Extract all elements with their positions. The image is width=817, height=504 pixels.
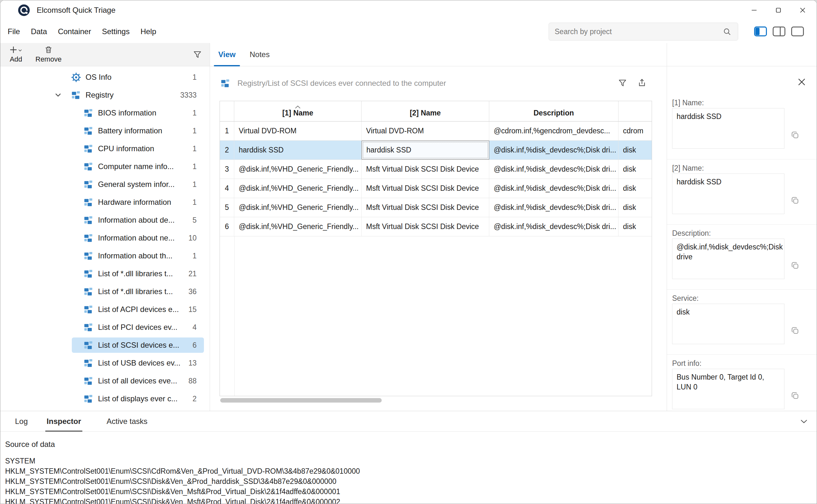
service-cell[interactable]: disk	[619, 217, 652, 236]
layout-single-panel-icon[interactable]	[791, 26, 804, 37]
name-2-cell[interactable]: Msft Virtual Disk SCSI Disk Device	[361, 217, 489, 236]
name-2-cell[interactable]: Msft Virtual Disk SCSI Disk Device	[361, 198, 489, 217]
layout-split-panel-icon[interactable]	[773, 26, 785, 37]
minimize-button[interactable]	[742, 0, 766, 20]
header-name-2[interactable]: [2] Name	[361, 101, 489, 121]
copy-icon[interactable]	[791, 261, 799, 270]
search-input[interactable]	[549, 27, 723, 36]
header-row-number[interactable]	[220, 101, 234, 121]
tab-view[interactable]: View	[211, 43, 242, 66]
tree-item-registry[interactable]: Registry3333	[0, 86, 210, 104]
row-number-cell[interactable]: 5	[220, 198, 234, 217]
tree-item-bios-information[interactable]: BIOS information1	[0, 104, 210, 122]
table-row[interactable]: 3@disk.inf,%VHD_Generic_Friendly...Msft …	[220, 160, 652, 179]
table-row[interactable]: 2harddisk SSDharddisk SSD@disk.inf,%disk…	[220, 141, 652, 160]
tab-notes[interactable]: Notes	[242, 43, 277, 66]
table-row[interactable]: 5@disk.inf,%VHD_Generic_Friendly...Msft …	[220, 198, 652, 217]
row-number-cell[interactable]: 3	[220, 160, 234, 179]
row-number-cell[interactable]: 1	[220, 122, 234, 140]
tree-item-os-info[interactable]: OS Info1	[0, 68, 210, 86]
description-cell[interactable]: @disk.inf,%disk_devdesc%;Disk dri...	[489, 198, 619, 217]
chevron-down-icon[interactable]	[54, 91, 62, 99]
name-2-cell[interactable]: harddisk SSD	[361, 141, 489, 159]
description-cell[interactable]: @disk.inf,%disk_devdesc%;Disk dri...	[489, 217, 619, 236]
tree-item-general-system-infor[interactable]: General system infor...1	[0, 175, 210, 193]
header-name-1[interactable]: [1] Name	[234, 101, 361, 121]
table-row[interactable]: 6@disk.inf,%VHD_Generic_Friendly...Msft …	[220, 217, 652, 236]
menu-file[interactable]: File	[2, 24, 26, 39]
tree-item-computer-name-info[interactable]: Computer name info...1	[0, 158, 210, 175]
tree-item-information-about-ne[interactable]: Information about ne...10	[0, 229, 210, 247]
copy-icon[interactable]	[791, 131, 799, 139]
row-number-cell[interactable]: 4	[220, 179, 234, 198]
project-search[interactable]	[549, 23, 738, 41]
search-icon[interactable]	[723, 27, 732, 36]
add-button[interactable]: Add	[5, 45, 26, 65]
table-row[interactable]: 1Virtual DVD-ROMVirtual DVD-ROM@cdrom.in…	[220, 122, 652, 141]
tree-item-list-of-scsi-devices-e[interactable]: List of SCSI devices e...6	[0, 336, 210, 354]
name-1-cell[interactable]: @disk.inf,%VHD_Generic_Friendly...	[234, 160, 361, 179]
name-2-cell[interactable]: Msft Virtual Disk SCSI Disk Device	[361, 160, 489, 179]
copy-icon[interactable]	[791, 326, 799, 335]
row-number-cell[interactable]: 2	[220, 141, 234, 159]
tree-item-list-of-pci-devices-ev[interactable]: List of PCI devices ev...4	[0, 318, 210, 336]
header-service[interactable]	[619, 101, 652, 121]
name-1-cell[interactable]: @disk.inf,%VHD_Generic_Friendly...	[234, 179, 361, 198]
row-number-cell[interactable]: 6	[220, 217, 234, 236]
table-row[interactable]: 4@disk.inf,%VHD_Generic_Friendly...Msft …	[220, 179, 652, 198]
tree-item-list-of-dll-libraries-t[interactable]: List of *.dll libraries t...21	[0, 265, 210, 283]
name-2-cell[interactable]: Msft Virtual Disk SCSI Disk Device	[361, 179, 489, 198]
filter-icon[interactable]	[193, 50, 202, 59]
menu-settings[interactable]: Settings	[96, 24, 135, 39]
tree-item-cpu-information[interactable]: CPU information1	[0, 140, 210, 158]
remove-button[interactable]: Remove	[32, 45, 65, 65]
tree-item-list-of-usb-devices-ev[interactable]: List of USB devices ev...13	[0, 354, 210, 372]
name-1-cell[interactable]: @disk.inf,%VHD_Generic_Friendly...	[234, 217, 361, 236]
description-cell[interactable]: @disk.inf,%disk_devdesc%;Disk dri...	[489, 179, 619, 198]
copy-icon[interactable]	[791, 196, 799, 205]
copy-icon[interactable]	[791, 391, 799, 400]
name-1-cell[interactable]: harddisk SSD	[234, 141, 361, 159]
field-value[interactable]: Bus Number 0, Target Id 0, LUN 0	[672, 369, 784, 409]
tree-item-list-of-all-devices-eve[interactable]: List of all devices eve...88	[0, 372, 210, 390]
table-filter-icon[interactable]	[618, 79, 627, 87]
field-value[interactable]: harddisk SSD	[672, 174, 784, 214]
service-cell[interactable]: cdrom	[619, 122, 652, 140]
field-value[interactable]: disk	[672, 304, 784, 344]
tree-item-information-about-de[interactable]: Information about de...5	[0, 211, 210, 229]
tab-log[interactable]: Log	[14, 411, 29, 431]
tree-item-list-of-acpi-devices-e[interactable]: List of ACPI devices e...15	[0, 300, 210, 318]
tree-item-battery-information[interactable]: Battery information1	[0, 122, 210, 140]
scrollbar-thumb[interactable]	[220, 398, 382, 403]
service-cell[interactable]: disk	[619, 160, 652, 179]
field-value[interactable]: harddisk SSD	[672, 108, 784, 149]
tree-item-list-of-displays-ever-c[interactable]: List of displays ever c...2	[0, 390, 210, 408]
menu-container[interactable]: Container	[52, 24, 96, 39]
close-icon[interactable]	[796, 76, 807, 88]
layout-left-panel-icon[interactable]	[754, 26, 767, 37]
tree-item-hardware-information[interactable]: Hardware information1	[0, 193, 210, 211]
description-cell[interactable]: @disk.inf,%disk_devdesc%;Disk dri...	[489, 160, 619, 179]
horizontal-scrollbar[interactable]	[219, 397, 652, 404]
name-2-cell[interactable]: Virtual DVD-ROM	[361, 122, 489, 140]
tree-item-information-about-th[interactable]: Information about th...1	[0, 247, 210, 265]
name-1-cell[interactable]: @disk.inf,%VHD_Generic_Friendly...	[234, 198, 361, 217]
menu-data[interactable]: Data	[26, 24, 53, 39]
close-button[interactable]	[791, 0, 815, 20]
maximize-button[interactable]	[766, 0, 791, 20]
service-cell[interactable]: disk	[619, 141, 652, 159]
menu-help[interactable]: Help	[135, 24, 161, 39]
service-cell[interactable]: disk	[619, 198, 652, 217]
tree-item-list-of-dll-libraries-t[interactable]: List of *.dll libraries t...36	[0, 283, 210, 300]
title-bar[interactable]: Elcomsoft Quick Triage	[0, 0, 817, 20]
description-cell[interactable]: @cdrom.inf,%gencdrom_devdesc...	[489, 122, 619, 140]
collapse-panel-chevron-icon[interactable]	[799, 417, 808, 426]
tab-active-tasks[interactable]: Active tasks	[105, 411, 149, 431]
service-cell[interactable]: disk	[619, 179, 652, 198]
header-description[interactable]: Description	[489, 101, 619, 121]
name-1-cell[interactable]: Virtual DVD-ROM	[234, 122, 361, 140]
description-cell[interactable]: @disk.inf,%disk_devdesc%;Disk dri...	[489, 141, 619, 159]
export-icon[interactable]	[637, 78, 647, 87]
tab-inspector[interactable]: Inspector	[45, 411, 82, 431]
field-value[interactable]: @disk.inf,%disk_devdesc%;Disk drive	[672, 239, 784, 279]
